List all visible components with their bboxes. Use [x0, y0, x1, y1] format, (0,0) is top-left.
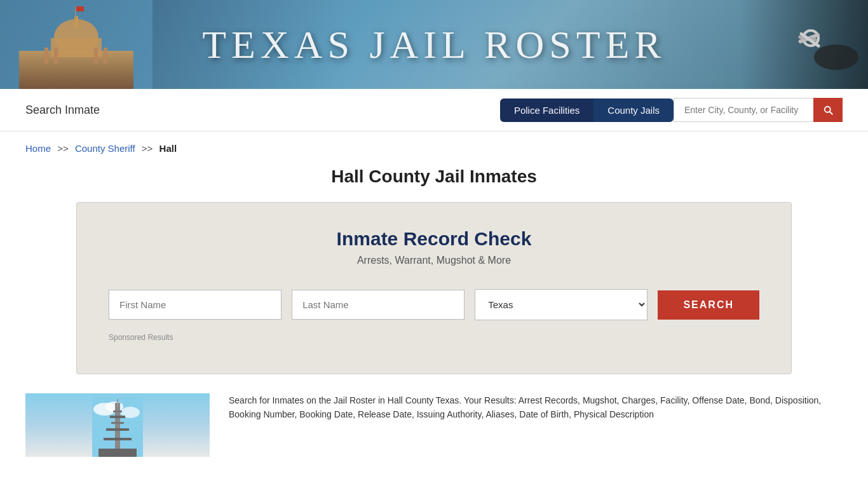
- last-name-input[interactable]: [292, 290, 465, 320]
- bottom-description: Search for Inmates on the Jail Roster in…: [229, 393, 843, 457]
- svg-rect-8: [104, 48, 107, 64]
- navbar-controls: Police Facilities County Jails: [500, 98, 843, 122]
- state-select[interactable]: Texas Alabama Alaska Arizona Arkansas Ca…: [475, 289, 648, 320]
- bottom-section: Search for Inmates on the Jail Roster in…: [0, 393, 868, 470]
- tower-svg: [92, 396, 143, 457]
- police-facilities-button[interactable]: Police Facilities: [500, 98, 593, 122]
- svg-rect-24: [98, 449, 137, 457]
- bottom-image: [25, 393, 210, 457]
- svg-point-18: [105, 402, 123, 412]
- svg-rect-22: [106, 428, 129, 431]
- capitol-svg: [0, 0, 153, 89]
- hand-keys-svg: [760, 6, 862, 85]
- svg-rect-21: [110, 416, 125, 418]
- svg-rect-23: [104, 438, 132, 440]
- search-icon: [822, 104, 834, 116]
- breadcrumb-sep-2: >>: [142, 143, 153, 154]
- facility-search-button[interactable]: [813, 98, 843, 122]
- svg-rect-6: [54, 48, 58, 64]
- breadcrumb: Home >> County Sheriff >> Hall: [0, 132, 868, 160]
- breadcrumb-county-sheriff[interactable]: County Sheriff: [75, 143, 135, 154]
- county-jails-button[interactable]: County Jails: [593, 98, 674, 122]
- search-card-subtitle: Arrests, Warrant, Mugshot & More: [109, 255, 759, 266]
- inmate-search-card: Inmate Record Check Arrests, Warrant, Mu…: [76, 202, 792, 374]
- search-inmate-label: Search Inmate: [25, 104, 100, 117]
- search-fields-row: Texas Alabama Alaska Arizona Arkansas Ca…: [109, 289, 759, 320]
- facility-search-input[interactable]: [674, 98, 813, 122]
- svg-rect-25: [117, 399, 118, 407]
- breadcrumb-home[interactable]: Home: [25, 143, 51, 154]
- page-title: Hall County Jail Inmates: [0, 166, 868, 187]
- site-title: Texas Jail Roster: [202, 22, 666, 67]
- navbar: Search Inmate Police Facilities County J…: [0, 89, 868, 132]
- svg-rect-9: [75, 6, 76, 18]
- svg-rect-5: [44, 48, 48, 64]
- svg-rect-10: [76, 6, 84, 11]
- breadcrumb-sep-1: >>: [57, 143, 69, 154]
- first-name-input[interactable]: [109, 290, 281, 320]
- svg-rect-7: [94, 48, 98, 64]
- header-banner: Texas Jail Roster: [0, 0, 868, 89]
- capitol-decoration: [0, 0, 153, 89]
- breadcrumb-current: Hall: [159, 143, 177, 154]
- svg-rect-26: [113, 410, 122, 412]
- svg-rect-27: [111, 422, 124, 424]
- sponsored-label: Sponsored Results: [109, 333, 759, 342]
- search-button[interactable]: SEARCH: [658, 290, 759, 320]
- search-card-title: Inmate Record Check: [109, 228, 759, 250]
- svg-point-11: [814, 44, 858, 70]
